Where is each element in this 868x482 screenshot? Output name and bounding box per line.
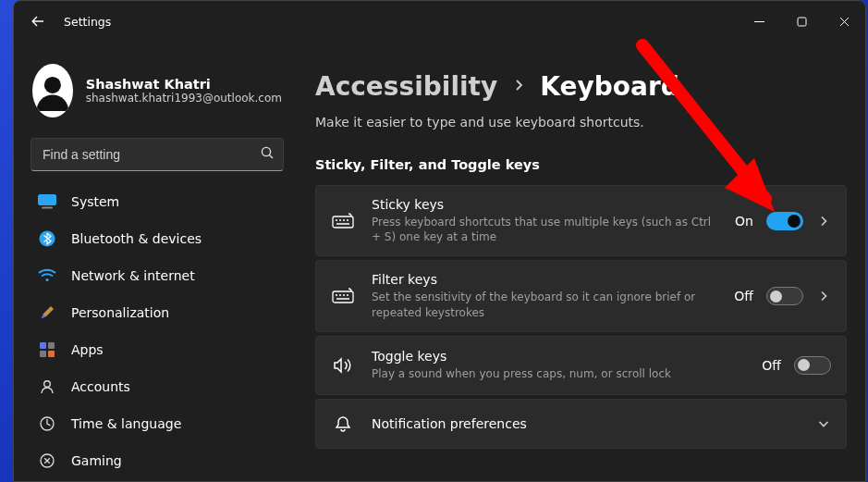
account-email: shashwat.khatri1993@outlook.com <box>86 92 282 105</box>
row-description: Press keyboard shortcuts that use multip… <box>372 215 718 244</box>
minimize-button[interactable] <box>738 6 780 36</box>
wifi-icon <box>38 266 56 285</box>
sidebar: Shashwat Khatri shashwat.khatri1993@outl… <box>14 42 293 481</box>
row-filter-keys[interactable]: Filter keys Set the sensitivity of the k… <box>315 260 847 331</box>
row-sticky-keys[interactable]: Sticky keys Press keyboard shortcuts tha… <box>315 185 847 256</box>
search-icon <box>260 145 275 164</box>
svg-rect-7 <box>40 342 46 349</box>
chevron-right-icon[interactable] <box>816 216 831 227</box>
clock-globe-icon <box>38 414 56 433</box>
svg-point-1 <box>44 77 61 93</box>
settings-window: Settings <box>13 0 866 482</box>
chevron-right-icon <box>512 78 525 95</box>
sidebar-item-label: Personalization <box>71 305 169 320</box>
search-wrapper <box>31 138 284 171</box>
row-title: Notification preferences <box>372 416 800 431</box>
window-controls <box>738 6 865 36</box>
system-icon <box>38 192 56 211</box>
sidebar-item-system[interactable]: System <box>27 184 284 219</box>
svg-rect-14 <box>333 216 353 228</box>
svg-point-11 <box>44 381 51 388</box>
toggle-keys-toggle[interactable] <box>794 356 831 375</box>
page-subtitle: Make it easier to type and use keyboard … <box>315 115 847 130</box>
chevron-down-icon[interactable] <box>816 417 831 430</box>
nav-list: System Bluetooth & devices Network & int… <box>27 184 287 478</box>
sidebar-item-bluetooth[interactable]: Bluetooth & devices <box>27 221 284 256</box>
app-title: Settings <box>64 15 111 29</box>
account-name: Shashwat Khatri <box>86 77 282 92</box>
sidebar-item-label: Bluetooth & devices <box>71 231 202 246</box>
svg-rect-8 <box>48 342 55 349</box>
svg-rect-10 <box>48 351 55 357</box>
keyboard-icon <box>331 212 355 230</box>
sidebar-item-label: Apps <box>71 342 104 357</box>
svg-rect-9 <box>40 351 46 357</box>
avatar <box>32 64 73 117</box>
titlebar: Settings <box>14 1 865 42</box>
breadcrumb-parent[interactable]: Accessibility <box>315 71 497 102</box>
apps-icon <box>38 340 56 359</box>
row-title: Toggle keys <box>372 349 745 364</box>
sidebar-item-label: Network & internet <box>71 268 195 283</box>
sticky-keys-toggle[interactable] <box>766 212 803 230</box>
sidebar-item-personalization[interactable]: Personalization <box>27 295 284 330</box>
back-button[interactable] <box>23 6 53 36</box>
svg-rect-4 <box>42 207 53 209</box>
filter-keys-toggle[interactable] <box>766 287 803 305</box>
breadcrumb: Accessibility Keyboard <box>315 71 847 102</box>
sidebar-item-label: Accounts <box>71 379 130 394</box>
bluetooth-icon <box>38 229 56 248</box>
brush-icon <box>38 303 56 322</box>
chevron-right-icon[interactable] <box>816 290 831 302</box>
row-title: Filter keys <box>372 272 717 287</box>
row-description: Play a sound when you press caps, num, o… <box>372 366 745 381</box>
close-button[interactable] <box>823 6 865 36</box>
svg-rect-15 <box>333 291 353 303</box>
row-notification-preferences[interactable]: Notification preferences <box>315 399 847 449</box>
maximize-button[interactable] <box>780 6 823 36</box>
sidebar-item-time-language[interactable]: Time & language <box>27 406 284 441</box>
page-title: Keyboard <box>540 71 679 102</box>
search-input[interactable] <box>31 138 284 171</box>
row-toggle-keys[interactable]: Toggle keys Play a sound when you press … <box>315 336 847 395</box>
sidebar-item-accounts[interactable]: Accounts <box>27 369 284 404</box>
row-title: Sticky keys <box>372 197 718 212</box>
svg-point-2 <box>262 147 270 155</box>
sidebar-item-apps[interactable]: Apps <box>27 332 284 367</box>
settings-cards: Sticky keys Press keyboard shortcuts tha… <box>315 185 847 449</box>
sidebar-item-gaming[interactable]: Gaming <box>27 443 284 478</box>
speaker-icon <box>331 356 355 375</box>
sidebar-item-label: System <box>71 194 119 209</box>
svg-rect-0 <box>798 18 806 26</box>
account-block[interactable]: Shashwat Khatri shashwat.khatri1993@outl… <box>27 53 287 132</box>
toggle-state-label: Off <box>762 358 781 373</box>
main-content: Accessibility Keyboard Make it easier to… <box>293 42 865 481</box>
sidebar-item-label: Time & language <box>71 416 181 431</box>
row-description: Set the sensitivity of the keyboard so i… <box>372 290 717 319</box>
sidebar-item-network[interactable]: Network & internet <box>27 258 284 293</box>
accounts-icon <box>38 377 56 396</box>
svg-point-6 <box>45 278 48 281</box>
bell-icon <box>331 414 355 433</box>
section-label: Sticky, Filter, and Toggle keys <box>315 157 847 172</box>
toggle-state-label: On <box>735 214 753 229</box>
keyboard-icon <box>331 287 355 305</box>
svg-rect-3 <box>39 195 56 205</box>
sidebar-item-label: Gaming <box>71 453 122 468</box>
gaming-icon <box>38 451 56 470</box>
toggle-state-label: Off <box>734 289 753 303</box>
